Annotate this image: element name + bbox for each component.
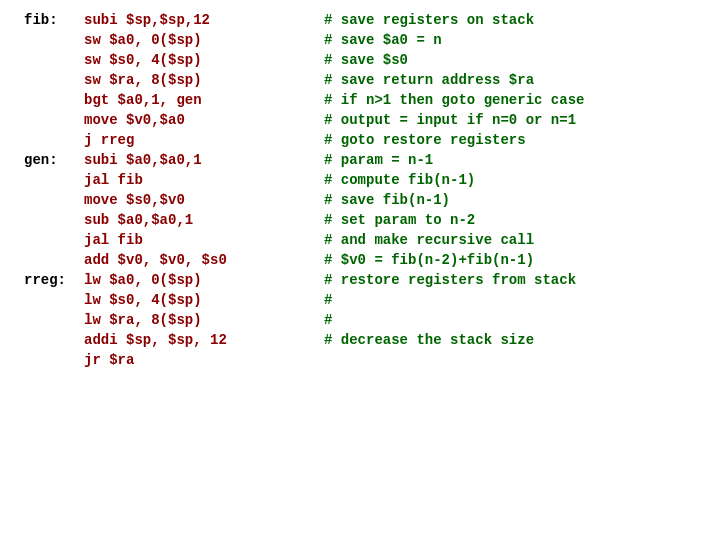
comment-cell: # save $a0 = n xyxy=(320,30,700,50)
comment-cell: # save $s0 xyxy=(320,50,700,70)
comment-cell: # compute fib(n-1) xyxy=(320,170,700,190)
table-row: j rreg# goto restore registers xyxy=(20,130,700,150)
table-row: lw $ra, 8($sp)# xyxy=(20,310,700,330)
table-row: jr $ra xyxy=(20,350,700,370)
comment-cell: # save fib(n-1) xyxy=(320,190,700,210)
label-cell xyxy=(20,310,80,330)
instruction-cell: sw $ra, 8($sp) xyxy=(80,70,320,90)
table-row: sw $a0, 0($sp)# save $a0 = n xyxy=(20,30,700,50)
label-cell xyxy=(20,190,80,210)
instruction-cell: lw $a0, 0($sp) xyxy=(80,270,320,290)
comment-cell: # if n>1 then goto generic case xyxy=(320,90,700,110)
comment-cell: # decrease the stack size xyxy=(320,330,700,350)
comment-cell: # param = n-1 xyxy=(320,150,700,170)
instruction-cell: lw $ra, 8($sp) xyxy=(80,310,320,330)
label-cell xyxy=(20,290,80,310)
table-row: rreg:lw $a0, 0($sp)# restore registers f… xyxy=(20,270,700,290)
instruction-cell: addi $sp, $sp, 12 xyxy=(80,330,320,350)
table-row: jal fib# and make recursive call xyxy=(20,230,700,250)
comment-cell: # set param to n-2 xyxy=(320,210,700,230)
label-cell xyxy=(20,350,80,370)
table-row: addi $sp, $sp, 12# decrease the stack si… xyxy=(20,330,700,350)
instruction-cell: subi $a0,$a0,1 xyxy=(80,150,320,170)
comment-cell: # output = input if n=0 or n=1 xyxy=(320,110,700,130)
label-cell xyxy=(20,230,80,250)
table-row: jal fib# compute fib(n-1) xyxy=(20,170,700,190)
label-cell xyxy=(20,130,80,150)
instruction-cell: jal fib xyxy=(80,170,320,190)
comment-cell: # save return address $ra xyxy=(320,70,700,90)
label-cell xyxy=(20,170,80,190)
comment-cell: # goto restore registers xyxy=(320,130,700,150)
label-cell xyxy=(20,330,80,350)
table-row: fib:subi $sp,$sp,12# save registers on s… xyxy=(20,10,700,30)
comment-cell: # and make recursive call xyxy=(320,230,700,250)
comment-cell xyxy=(320,350,700,370)
instruction-cell: j rreg xyxy=(80,130,320,150)
comment-cell: # restore registers from stack xyxy=(320,270,700,290)
instruction-cell: move $s0,$v0 xyxy=(80,190,320,210)
instruction-cell: sw $a0, 0($sp) xyxy=(80,30,320,50)
instruction-cell: bgt $a0,1, gen xyxy=(80,90,320,110)
label-cell xyxy=(20,70,80,90)
label-cell xyxy=(20,210,80,230)
table-row: lw $s0, 4($sp)# xyxy=(20,290,700,310)
table-row: sub $a0,$a0,1# set param to n-2 xyxy=(20,210,700,230)
label-cell xyxy=(20,50,80,70)
instruction-cell: sw $s0, 4($sp) xyxy=(80,50,320,70)
comment-cell: # xyxy=(320,290,700,310)
label-cell: rreg: xyxy=(20,270,80,290)
table-row: move $v0,$a0# output = input if n=0 or n… xyxy=(20,110,700,130)
label-cell: fib: xyxy=(20,10,80,30)
table-row: gen:subi $a0,$a0,1 # param = n-1 xyxy=(20,150,700,170)
instruction-cell: add $v0, $v0, $s0 xyxy=(80,250,320,270)
table-row: bgt $a0,1, gen# if n>1 then goto generic… xyxy=(20,90,700,110)
instruction-cell: sub $a0,$a0,1 xyxy=(80,210,320,230)
instruction-cell: lw $s0, 4($sp) xyxy=(80,290,320,310)
instruction-cell: move $v0,$a0 xyxy=(80,110,320,130)
instruction-cell: jr $ra xyxy=(80,350,320,370)
comment-cell: # save registers on stack xyxy=(320,10,700,30)
table-row: move $s0,$v0# save fib(n-1) xyxy=(20,190,700,210)
table-row: sw $ra, 8($sp)# save return address $ra xyxy=(20,70,700,90)
label-cell: gen: xyxy=(20,150,80,170)
instruction-cell: subi $sp,$sp,12 xyxy=(80,10,320,30)
label-cell xyxy=(20,30,80,50)
instruction-cell: jal fib xyxy=(80,230,320,250)
comment-cell: # xyxy=(320,310,700,330)
label-cell xyxy=(20,250,80,270)
assembly-code-table: fib:subi $sp,$sp,12# save registers on s… xyxy=(20,10,700,370)
label-cell xyxy=(20,110,80,130)
table-row: add $v0, $v0, $s0# $v0 = fib(n-2)+fib(n-… xyxy=(20,250,700,270)
label-cell xyxy=(20,90,80,110)
comment-cell: # $v0 = fib(n-2)+fib(n-1) xyxy=(320,250,700,270)
table-row: sw $s0, 4($sp)# save $s0 xyxy=(20,50,700,70)
